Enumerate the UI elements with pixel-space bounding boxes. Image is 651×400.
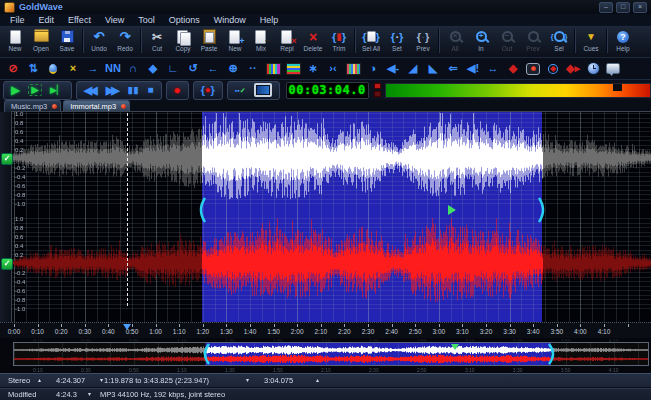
status-position[interactable]: 3:04.075: [264, 374, 293, 387]
zoom-previous-button[interactable]: Prev: [520, 28, 546, 52]
fade-in-icon[interactable]: ◢: [403, 60, 423, 78]
time-label: 1:30: [220, 328, 233, 335]
playback-marker[interactable]: [448, 205, 456, 215]
resample-icon[interactable]: ··: [243, 60, 263, 78]
menu-effect[interactable]: Effect: [61, 15, 98, 25]
reverse-icon[interactable]: ↺: [183, 60, 203, 78]
cue-drop-icon[interactable]: ◆: [543, 60, 563, 78]
pitch-icon[interactable]: ⇅: [23, 60, 43, 78]
cue-split-icon[interactable]: ◆▸: [563, 60, 583, 78]
fast-forward-button[interactable]: ▶▶: [102, 85, 124, 96]
selection-end-handle[interactable]: [537, 197, 547, 227]
status-length[interactable]: 4:24.307: [56, 374, 85, 387]
help-button[interactable]: ?Help: [610, 28, 636, 52]
selection-start-handle[interactable]: [197, 197, 207, 227]
position-dropdown-icon[interactable]: ▴: [316, 374, 319, 387]
stop-button[interactable]: ■: [144, 85, 158, 95]
menu-file[interactable]: File: [3, 15, 32, 25]
zoom-in-button[interactable]: +In: [468, 28, 494, 52]
close-button[interactable]: ×: [633, 2, 647, 13]
equalizer-icon[interactable]: [263, 60, 283, 78]
playline-axis-marker[interactable]: [123, 324, 131, 330]
mix-button[interactable]: +Mix: [248, 28, 274, 52]
shape-volume-icon[interactable]: ◆: [503, 60, 523, 78]
play-selection-button[interactable]: ▶: [24, 84, 46, 96]
flanger-icon[interactable]: ◆: [143, 60, 163, 78]
undo-button[interactable]: ↶Undo: [86, 28, 112, 52]
rewind-button[interactable]: ◀◀: [80, 85, 102, 96]
channel-2-marker[interactable]: ✓: [1, 258, 13, 270]
control-properties-button[interactable]: ▪▪✓: [231, 87, 250, 94]
waveform-canvas[interactable]: [12, 112, 651, 322]
pan-icon[interactable]: ⊕: [223, 60, 243, 78]
cues-button[interactable]: ▼Cues: [578, 28, 604, 52]
volume-icon[interactable]: ◑: [363, 60, 383, 78]
parametric-eq-icon[interactable]: [283, 60, 303, 78]
zoom-all-button[interactable]: ×All: [442, 28, 468, 52]
new-file-button[interactable]: New: [2, 28, 28, 52]
spectrum-icon[interactable]: [343, 60, 363, 78]
selection-dropdown-icon[interactable]: ▾: [246, 374, 249, 387]
menu-window[interactable]: Window: [207, 15, 253, 25]
trim-button[interactable]: {▮}Trim: [326, 28, 352, 52]
comment-icon[interactable]: [603, 60, 623, 78]
copy-button[interactable]: Copy: [170, 28, 196, 52]
overview-playback-marker[interactable]: [451, 344, 459, 350]
status-selection[interactable]: 1:19.878 to 3:43.825 (2:23.947): [104, 374, 209, 387]
paste-button[interactable]: Paste: [196, 28, 222, 52]
interpolate-icon[interactable]: ∗: [303, 60, 323, 78]
zoom-out-button[interactable]: −Out: [494, 28, 520, 52]
speaker-icon[interactable]: ◀-: [383, 60, 403, 78]
menu-edit[interactable]: Edit: [32, 15, 62, 25]
time-axis[interactable]: 0:000:100:200:300:400:501:001:101:201:30…: [0, 322, 651, 338]
tab-immortal-mp3[interactable]: Immortal.mp3: [63, 100, 130, 112]
delete-button[interactable]: ×Delete: [300, 28, 326, 52]
pause-button[interactable]: ▮▮: [124, 86, 144, 95]
fade-out-icon[interactable]: ◣: [423, 60, 443, 78]
play-fast-button[interactable]: ▶▏: [46, 86, 68, 95]
overview-selection-end-handle[interactable]: [547, 343, 557, 369]
maximize-volume-icon[interactable]: ◀!: [463, 60, 483, 78]
set-selection-button[interactable]: {▪}Set: [384, 28, 410, 52]
offset-icon[interactable]: →: [83, 60, 103, 78]
menu-view[interactable]: View: [98, 15, 131, 25]
echo-icon[interactable]: ∩: [123, 60, 143, 78]
invert-icon[interactable]: ∟: [163, 60, 183, 78]
format-dropdown-icon[interactable]: ▾: [88, 388, 91, 400]
minimize-button[interactable]: –: [599, 2, 613, 13]
length-dropdown-icon[interactable]: ▾: [100, 374, 103, 387]
menu-tool[interactable]: Tool: [131, 15, 162, 25]
play-all-button[interactable]: ▶: [7, 84, 24, 96]
redo-button[interactable]: ↷Redo: [112, 28, 138, 52]
save-button[interactable]: Save: [54, 28, 80, 52]
zoom-selection-button[interactable]: {}Sel: [546, 28, 572, 52]
open-button[interactable]: Open: [28, 28, 54, 52]
record-selection-button[interactable]: {●}: [197, 84, 219, 96]
dynamics-icon[interactable]: NN: [103, 60, 123, 78]
expression-icon[interactable]: ×: [63, 60, 83, 78]
status-length-2[interactable]: 4:24.3: [56, 388, 77, 400]
time-warp-icon[interactable]: ↔: [483, 60, 503, 78]
record-button[interactable]: ●: [170, 84, 185, 96]
overview-selection-start-handle[interactable]: [201, 343, 211, 369]
cut-button[interactable]: ✂Cut: [144, 28, 170, 52]
tab-music-mp3[interactable]: Music.mp3: [4, 100, 61, 112]
replace-button[interactable]: ×Repl: [274, 28, 300, 52]
previous-selection-button[interactable]: {·}Prev: [410, 28, 436, 52]
smoother-icon[interactable]: ›‹: [323, 60, 343, 78]
channel-1-marker[interactable]: ✓: [1, 153, 13, 165]
channels-dropdown-icon[interactable]: ▴: [38, 374, 41, 387]
visuals-button[interactable]: [250, 83, 276, 97]
menu-options[interactable]: Options: [162, 15, 207, 25]
doppler-icon[interactable]: [43, 60, 63, 78]
cue-point-icon[interactable]: [523, 60, 543, 78]
monitor-off-icon[interactable]: ⊘: [3, 60, 23, 78]
menu-help[interactable]: Help: [253, 15, 286, 25]
paste-new-button[interactable]: +New: [222, 28, 248, 52]
match-volume-icon[interactable]: ⇐: [443, 60, 463, 78]
maximize-button[interactable]: □: [616, 2, 630, 13]
shift-icon[interactable]: ←: [203, 60, 223, 78]
timer-icon[interactable]: [583, 60, 603, 78]
status-channels[interactable]: Stereo: [8, 374, 30, 387]
select-all-button[interactable]: {}Sel All: [358, 28, 384, 52]
